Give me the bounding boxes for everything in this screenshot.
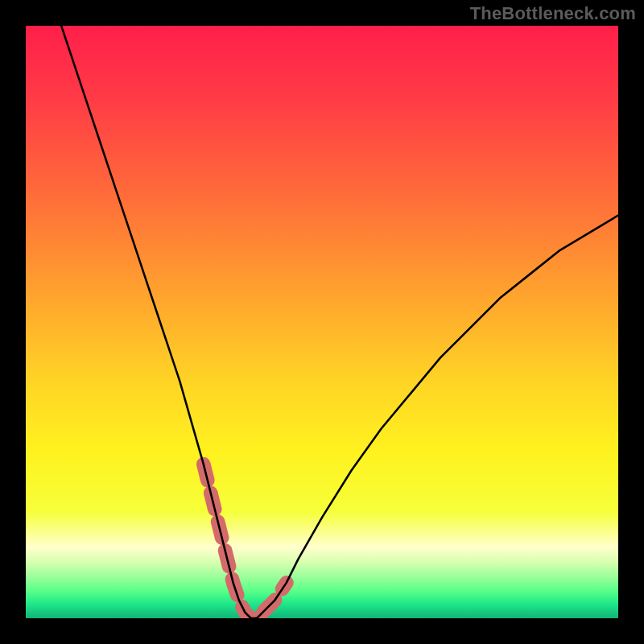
bottleneck-curve	[61, 26, 618, 618]
plot-area	[26, 26, 618, 618]
highlight-segment	[204, 464, 287, 618]
curve-layer	[26, 26, 618, 618]
watermark-text: TheBottleneck.com	[470, 3, 636, 24]
chart-frame: TheBottleneck.com	[0, 0, 644, 644]
